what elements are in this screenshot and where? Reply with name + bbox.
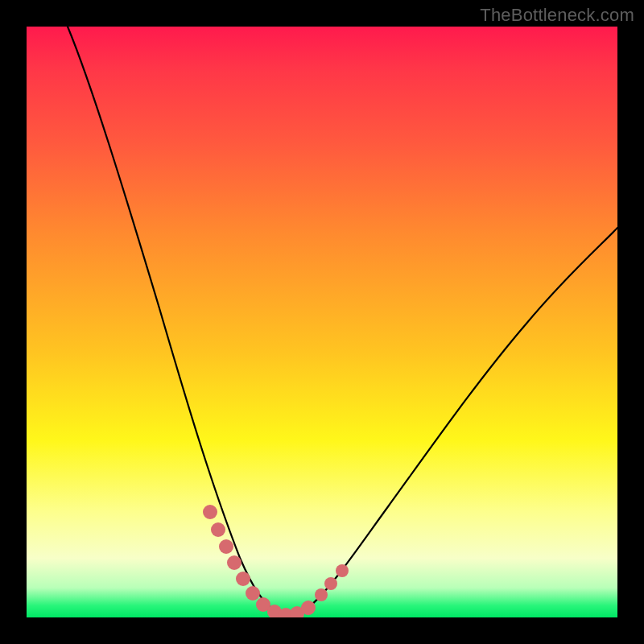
chart-svg [27,27,617,617]
svg-point-5 [246,586,260,601]
watermark-text: TheBottleneck.com [480,5,634,26]
svg-point-4 [236,572,250,586]
svg-point-11 [315,588,328,601]
highlight-markers [203,505,349,617]
chart-frame: TheBottleneck.com [0,0,644,644]
svg-point-3 [227,555,242,570]
svg-point-13 [336,564,349,577]
svg-point-1 [211,522,225,537]
svg-point-2 [219,539,233,554]
bottleneck-curve [68,27,617,616]
svg-point-12 [324,577,337,590]
svg-point-10 [301,601,316,615]
svg-point-0 [203,505,217,519]
